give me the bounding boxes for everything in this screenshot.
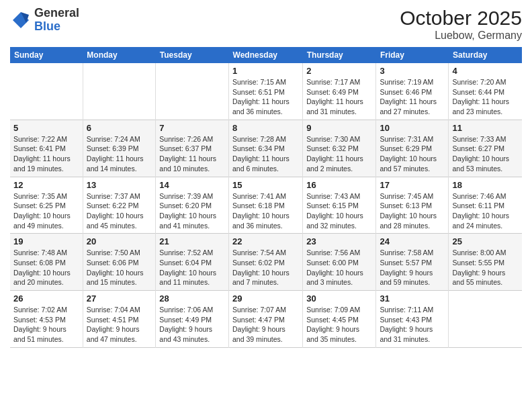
calendar-cell: 3Sunrise: 7:19 AMSunset: 6:46 PMDaylight… (376, 63, 449, 120)
logo-icon (10, 9, 32, 31)
week-row-3: 12Sunrise: 7:35 AMSunset: 6:25 PMDayligh… (10, 177, 522, 234)
title-block: October 2025 Luebow, Germany (400, 7, 522, 42)
calendar-cell (83, 63, 156, 120)
day-number: 24 (380, 236, 445, 246)
calendar-cell: 12Sunrise: 7:35 AMSunset: 6:25 PMDayligh… (10, 177, 83, 234)
calendar-cell: 16Sunrise: 7:43 AMSunset: 6:15 PMDayligh… (303, 177, 376, 234)
calendar-cell: 9Sunrise: 7:30 AMSunset: 6:32 PMDaylight… (303, 120, 376, 177)
day-number: 10 (380, 123, 445, 133)
day-number: 27 (87, 293, 152, 304)
day-number: 20 (87, 236, 152, 246)
weekday-header-wednesday: Wednesday (229, 47, 303, 63)
calendar-cell (156, 63, 229, 120)
day-number: 14 (159, 180, 225, 190)
weekday-header-thursday: Thursday (303, 47, 376, 63)
calendar-cell: 24Sunrise: 7:58 AMSunset: 5:57 PMDayligh… (376, 234, 449, 291)
calendar-cell: 31Sunrise: 7:11 AMSunset: 4:43 PMDayligh… (376, 291, 449, 348)
day-info: Sunrise: 7:50 AMSunset: 6:06 PMDaylight:… (87, 248, 152, 287)
day-info: Sunrise: 7:37 AMSunset: 6:22 PMDaylight:… (87, 191, 152, 231)
day-info: Sunrise: 7:33 AMSunset: 6:27 PMDaylight:… (452, 134, 519, 174)
day-info: Sunrise: 7:35 AMSunset: 6:25 PMDaylight:… (13, 191, 79, 231)
calendar-cell: 7Sunrise: 7:26 AMSunset: 6:37 PMDaylight… (156, 120, 229, 177)
day-number: 15 (232, 180, 299, 190)
week-row-4: 19Sunrise: 7:48 AMSunset: 6:08 PMDayligh… (10, 234, 522, 291)
day-info: Sunrise: 7:43 AMSunset: 6:15 PMDaylight:… (306, 191, 372, 231)
header: General Blue October 2025 Luebow, German… (10, 7, 522, 42)
day-info: Sunrise: 7:02 AMSunset: 4:53 PMDaylight:… (13, 305, 79, 345)
calendar-cell: 6Sunrise: 7:24 AMSunset: 6:39 PMDaylight… (83, 120, 156, 177)
calendar-cell (449, 291, 522, 348)
week-row-1: 1Sunrise: 7:15 AMSunset: 6:51 PMDaylight… (10, 63, 522, 120)
day-info: Sunrise: 7:56 AMSunset: 6:00 PMDaylight:… (306, 248, 372, 287)
day-info: Sunrise: 7:04 AMSunset: 4:51 PMDaylight:… (87, 305, 152, 345)
logo-general: General (34, 6, 79, 19)
calendar-cell: 8Sunrise: 7:28 AMSunset: 6:34 PMDaylight… (229, 120, 303, 177)
calendar-cell: 15Sunrise: 7:41 AMSunset: 6:18 PMDayligh… (229, 177, 303, 234)
weekday-header-monday: Monday (83, 47, 156, 63)
calendar-cell: 28Sunrise: 7:06 AMSunset: 4:49 PMDayligh… (156, 291, 229, 348)
day-number: 21 (159, 236, 225, 246)
day-info: Sunrise: 7:15 AMSunset: 6:51 PMDaylight:… (232, 77, 299, 117)
calendar-cell: 13Sunrise: 7:37 AMSunset: 6:22 PMDayligh… (83, 177, 156, 234)
calendar-cell: 21Sunrise: 7:52 AMSunset: 6:04 PMDayligh… (156, 234, 229, 291)
day-info: Sunrise: 7:52 AMSunset: 6:04 PMDaylight:… (159, 248, 225, 287)
week-row-2: 5Sunrise: 7:22 AMSunset: 6:41 PMDaylight… (10, 120, 522, 177)
calendar-cell: 4Sunrise: 7:20 AMSunset: 6:44 PMDaylight… (449, 63, 522, 120)
calendar-cell: 10Sunrise: 7:31 AMSunset: 6:29 PMDayligh… (376, 120, 449, 177)
calendar-cell: 5Sunrise: 7:22 AMSunset: 6:41 PMDaylight… (10, 120, 83, 177)
location-title: Luebow, Germany (400, 30, 522, 42)
day-number: 28 (159, 293, 225, 304)
calendar-cell: 22Sunrise: 7:54 AMSunset: 6:02 PMDayligh… (229, 234, 303, 291)
day-info: Sunrise: 7:22 AMSunset: 6:41 PMDaylight:… (13, 134, 79, 174)
day-number: 9 (306, 123, 372, 133)
calendar-cell: 18Sunrise: 7:46 AMSunset: 6:11 PMDayligh… (449, 177, 522, 234)
weekday-header-friday: Friday (376, 47, 449, 63)
day-number: 29 (232, 293, 299, 304)
day-info: Sunrise: 7:41 AMSunset: 6:18 PMDaylight:… (232, 191, 299, 231)
day-info: Sunrise: 7:48 AMSunset: 6:08 PMDaylight:… (13, 248, 79, 287)
logo-text: General Blue (34, 7, 79, 34)
day-info: Sunrise: 7:07 AMSunset: 4:47 PMDaylight:… (232, 305, 299, 345)
day-number: 22 (232, 236, 299, 246)
day-info: Sunrise: 7:26 AMSunset: 6:37 PMDaylight:… (159, 134, 225, 174)
day-number: 6 (87, 123, 152, 133)
day-info: Sunrise: 7:45 AMSunset: 6:13 PMDaylight:… (380, 191, 445, 231)
month-title: October 2025 (400, 7, 522, 30)
weekday-header-row: SundayMondayTuesdayWednesdayThursdayFrid… (10, 47, 522, 63)
calendar-cell: 20Sunrise: 7:50 AMSunset: 6:06 PMDayligh… (83, 234, 156, 291)
calendar-cell: 26Sunrise: 7:02 AMSunset: 4:53 PMDayligh… (10, 291, 83, 348)
day-info: Sunrise: 7:20 AMSunset: 6:44 PMDaylight:… (452, 77, 519, 117)
day-number: 16 (306, 180, 372, 190)
day-info: Sunrise: 8:00 AMSunset: 5:55 PMDaylight:… (452, 248, 519, 287)
day-info: Sunrise: 7:46 AMSunset: 6:11 PMDaylight:… (452, 191, 519, 231)
calendar-table: SundayMondayTuesdayWednesdayThursdayFrid… (10, 47, 522, 348)
weekday-header-sunday: Sunday (10, 47, 83, 63)
calendar-cell: 27Sunrise: 7:04 AMSunset: 4:51 PMDayligh… (83, 291, 156, 348)
day-number: 7 (159, 123, 225, 133)
calendar-cell: 30Sunrise: 7:09 AMSunset: 4:45 PMDayligh… (303, 291, 376, 348)
day-number: 23 (306, 236, 372, 246)
weekday-header-saturday: Saturday (449, 47, 522, 63)
day-number: 18 (452, 180, 519, 190)
day-number: 1 (232, 66, 299, 76)
day-info: Sunrise: 7:11 AMSunset: 4:43 PMDaylight:… (380, 305, 445, 345)
calendar-cell: 2Sunrise: 7:17 AMSunset: 6:49 PMDaylight… (303, 63, 376, 120)
logo-blue: Blue (34, 19, 60, 33)
day-number: 19 (13, 236, 79, 246)
day-info: Sunrise: 7:54 AMSunset: 6:02 PMDaylight:… (232, 248, 299, 287)
day-number: 30 (306, 293, 372, 304)
calendar-cell: 14Sunrise: 7:39 AMSunset: 6:20 PMDayligh… (156, 177, 229, 234)
day-info: Sunrise: 7:31 AMSunset: 6:29 PMDaylight:… (380, 134, 445, 174)
day-number: 2 (306, 66, 372, 76)
logo: General Blue (10, 7, 79, 34)
calendar-cell: 29Sunrise: 7:07 AMSunset: 4:47 PMDayligh… (229, 291, 303, 348)
day-number: 13 (87, 180, 152, 190)
calendar-cell: 23Sunrise: 7:56 AMSunset: 6:00 PMDayligh… (303, 234, 376, 291)
day-info: Sunrise: 7:30 AMSunset: 6:32 PMDaylight:… (306, 134, 372, 174)
day-number: 4 (452, 66, 519, 76)
weekday-header-tuesday: Tuesday (156, 47, 229, 63)
day-info: Sunrise: 7:19 AMSunset: 6:46 PMDaylight:… (380, 77, 445, 117)
calendar-cell: 17Sunrise: 7:45 AMSunset: 6:13 PMDayligh… (376, 177, 449, 234)
day-number: 12 (13, 180, 79, 190)
day-number: 11 (452, 123, 519, 133)
